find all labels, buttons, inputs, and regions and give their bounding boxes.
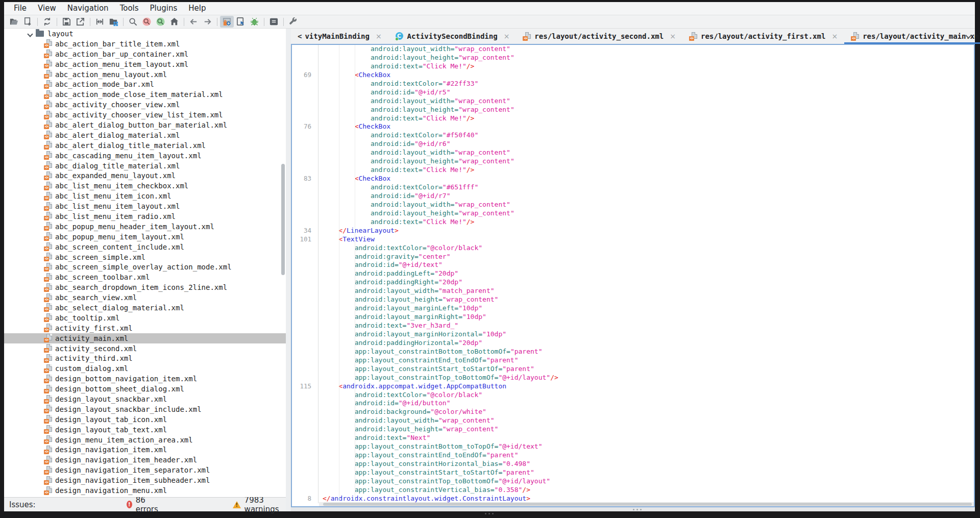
- code-line[interactable]: android:layout_height="wrap_content": [292, 106, 974, 114]
- tree-item-design_navigation_item_separator[interactable]: <>design_navigation_item_separator.xml: [4, 465, 286, 475]
- tree-item-abc_activity_chooser_view[interactable]: <>abc_activity_chooser_view.xml: [4, 100, 286, 110]
- code-line[interactable]: android:paddingRight="20dp": [292, 278, 974, 287]
- code-line[interactable]: android:layout_width="wrap_content": [292, 416, 974, 425]
- tree-item-abc_alert_dialog_title_material[interactable]: <>abc_alert_dialog_title_material.xml: [4, 140, 286, 151]
- tree-item-design_layout_tab_text[interactable]: <>design_layout_tab_text.xml: [4, 425, 286, 435]
- tree-item-abc_tooltip[interactable]: <>abc_tooltip.xml: [4, 313, 286, 323]
- code-line[interactable]: app:layout_constraintEnd_toEndOf="parent…: [292, 356, 974, 365]
- tree-item-abc_dialog_title_material[interactable]: <>abc_dialog_title_material.xml: [4, 161, 286, 171]
- code-line[interactable]: android:layout_height="wrap_content": [292, 209, 974, 218]
- code-line[interactable]: android:layout_height="wrap_content": [292, 54, 974, 62]
- tree-item-abc_list_menu_item_layout[interactable]: <>abc_list_menu_item_layout.xml: [4, 201, 286, 211]
- page-inspect-icon[interactable]: [234, 16, 248, 28]
- tree-item-abc_action_mode_close_item_material[interactable]: <>abc_action_mode_close_item_material.xm…: [4, 89, 286, 100]
- tab-close-icon[interactable]: ×: [670, 33, 676, 40]
- code-line[interactable]: android:paddingHorizontal="20dp": [292, 339, 974, 348]
- code-line[interactable]: 69<CheckBox: [292, 71, 974, 80]
- code-line[interactable]: android:textColor="@color/black": [292, 391, 974, 400]
- code-line[interactable]: app:layout_constraintBottom_toTopOf="@+i…: [292, 442, 974, 451]
- tree-item-activity_main[interactable]: <>activity_main.xml: [4, 333, 286, 343]
- code-line[interactable]: app:layout_constraintStart_toStartOf="pa…: [292, 365, 974, 374]
- sync-view-icon[interactable]: [93, 16, 107, 28]
- code-line[interactable]: android:layout_height="wrap_content": [292, 157, 974, 166]
- tree-item-activity_second[interactable]: <>activity_second.xml: [4, 343, 286, 354]
- tree-item-abc_action_menu_item_layout[interactable]: <>abc_action_menu_item_layout.xml: [4, 59, 286, 69]
- search-backward-icon[interactable]: [140, 16, 154, 28]
- tree-item-abc_screen_simple_overlay_action_mode[interactable]: <>abc_screen_simple_overlay_action_mode.…: [4, 262, 286, 272]
- code-line[interactable]: android:textColor="#22ff33": [292, 80, 974, 88]
- tree-item-design_menu_item_action_area[interactable]: <>design_menu_item_action_area.xml: [4, 435, 286, 445]
- splitter-grip-icon[interactable]: [633, 509, 644, 510]
- new-file-icon[interactable]: [21, 16, 35, 28]
- menu-view[interactable]: View: [32, 2, 62, 15]
- menu-file[interactable]: File: [8, 2, 32, 15]
- warning-count[interactable]: 7983 warnings: [244, 496, 286, 514]
- tree-item-custom_dialog[interactable]: <>custom_dialog.xml: [4, 363, 286, 374]
- navigate-back-icon[interactable]: [187, 16, 201, 28]
- error-count[interactable]: 86 errors: [136, 496, 161, 514]
- code-line[interactable]: android:background="@color/white": [292, 408, 974, 416]
- code-line[interactable]: android:paddingLeft="20dp": [292, 269, 974, 278]
- code-line[interactable]: android:gravity="center": [292, 253, 974, 261]
- code-line[interactable]: 83<CheckBox: [292, 175, 974, 183]
- code-line[interactable]: android:textColor="#651fff": [292, 183, 974, 192]
- open-project-icon[interactable]: [7, 16, 21, 28]
- editor-tab-res-layout-activity_first-xml[interactable]: <>res/layout/activity_first.xml×: [682, 29, 844, 44]
- code-line[interactable]: android:layout_height="wrap_content": [292, 295, 974, 304]
- tree-item-abc_alert_dialog_button_bar_material[interactable]: <>abc_alert_dialog_button_bar_material.x…: [4, 120, 286, 130]
- code-line[interactable]: android:layout_width="wrap_content": [292, 45, 974, 54]
- code-line[interactable]: android:id="@+id/button": [292, 399, 974, 408]
- code-line[interactable]: app:layout_constraintHorizontal_bias="0.…: [292, 460, 974, 468]
- collapse-chevron-icon[interactable]: [28, 31, 33, 36]
- code-line[interactable]: 76<CheckBox: [292, 122, 974, 131]
- tree-item-abc_action_bar_up_container[interactable]: <>abc_action_bar_up_container.xml: [4, 49, 286, 59]
- code-line[interactable]: android:layout_marginLeft="10dp": [292, 304, 974, 313]
- hscroll-thumb[interactable]: [323, 503, 972, 506]
- code-line[interactable]: android:text="Click Me!"/>: [292, 62, 974, 71]
- tree-item-abc_action_menu_layout[interactable]: <>abc_action_menu_layout.xml: [4, 69, 286, 80]
- menu-plugins[interactable]: Plugins: [144, 2, 183, 15]
- refresh-icon[interactable]: [40, 16, 54, 28]
- editor-tab-ActivitySecondBinding[interactable]: CActivitySecondBinding×: [388, 29, 517, 44]
- tree-item-design_layout_snackbar_include[interactable]: <>design_layout_snackbar_include.xml: [4, 404, 286, 414]
- console-icon[interactable]: [267, 16, 281, 28]
- code-line[interactable]: 34</LinearLayout>: [292, 227, 974, 235]
- tree-item-abc_popup_menu_item_layout[interactable]: <>abc_popup_menu_item_layout.xml: [4, 232, 286, 242]
- dock-splitter[interactable]: [286, 29, 291, 511]
- tree-item-abc_alert_dialog_material[interactable]: <>abc_alert_dialog_material.xml: [4, 130, 286, 140]
- window-resize-grip-icon[interactable]: [485, 513, 496, 514]
- layout-inspector-icon[interactable]: [220, 16, 234, 28]
- code-line[interactable]: app:layout_constraintBottom_toBottomOf="…: [292, 348, 974, 356]
- tree-item-abc_action_bar_title_item[interactable]: <>abc_action_bar_title_item.xml: [4, 39, 286, 49]
- editor-horizontal-scrollbar[interactable]: [319, 502, 974, 506]
- tree-item-abc_search_view[interactable]: <>abc_search_view.xml: [4, 292, 286, 303]
- tree-item-abc_list_menu_item_checkbox[interactable]: <>abc_list_menu_item_checkbox.xml: [4, 181, 286, 191]
- tree-item-design_navigation_item_subheader[interactable]: <>design_navigation_item_subheader.xml: [4, 475, 286, 485]
- tree-item-abc_list_menu_item_radio[interactable]: <>abc_list_menu_item_radio.xml: [4, 211, 286, 221]
- code-line[interactable]: android:id="@+id/r5": [292, 88, 974, 97]
- code-line[interactable]: 101<TextView: [292, 235, 974, 244]
- tab-close-icon[interactable]: ×: [376, 33, 382, 40]
- tree-vertical-scrollbar[interactable]: [281, 164, 285, 275]
- code-line[interactable]: android:layout_width="wrap_content": [292, 97, 974, 106]
- code-line[interactable]: android:layout_width="wrap_content": [292, 201, 974, 209]
- settings-wrench-icon[interactable]: [286, 16, 300, 28]
- tree-item-design_layout_snackbar[interactable]: <>design_layout_snackbar.xml: [4, 394, 286, 404]
- tree-item-abc_search_dropdown_item_icons_2line[interactable]: <>abc_search_dropdown_item_icons_2line.x…: [4, 282, 286, 292]
- tree-item-abc_action_mode_bar[interactable]: <>abc_action_mode_bar.xml: [4, 79, 286, 89]
- export-icon[interactable]: [74, 16, 87, 28]
- code-line[interactable]: android:layout_width="match_parent": [292, 287, 974, 295]
- code-line[interactable]: android:text="3ver_h3ard_": [292, 322, 974, 330]
- tree-item-abc_list_menu_item_icon[interactable]: <>abc_list_menu_item_icon.xml: [4, 191, 286, 201]
- code-line[interactable]: app:layout_constraintVertical_bias="0.35…: [292, 486, 974, 495]
- code-line[interactable]: app:layout_constraintTop_toBottomOf="@+i…: [292, 374, 974, 382]
- code-line[interactable]: app:layout_constraintEnd_toEndOf="parent…: [292, 451, 974, 460]
- home-icon[interactable]: [167, 16, 181, 28]
- tree-item-abc_expanded_menu_layout[interactable]: <>abc_expanded_menu_layout.xml: [4, 170, 286, 181]
- code-line[interactable]: android:text="Click Me!"/>: [292, 166, 974, 175]
- code-line[interactable]: android:textColor="#f50f40": [292, 131, 974, 140]
- tree-item-design_navigation_item[interactable]: <>design_navigation_item.xml: [4, 445, 286, 455]
- code-line[interactable]: android:text="Click Me!"/>: [292, 218, 974, 227]
- tab-close-icon[interactable]: ×: [831, 33, 838, 40]
- menu-navigation[interactable]: Navigation: [62, 2, 114, 15]
